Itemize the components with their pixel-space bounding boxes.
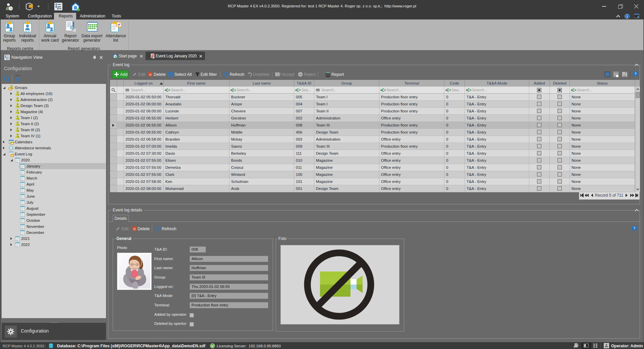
- svg-text:A: A: [466, 89, 468, 91]
- svg-text:A: A: [165, 89, 166, 91]
- svg-text:C: C: [299, 89, 301, 91]
- svg-text:A: A: [571, 89, 573, 91]
- svg-text:C: C: [449, 89, 451, 91]
- svg-text:A: A: [445, 89, 447, 91]
- svg-text:A: A: [380, 89, 382, 91]
- svg-text:C: C: [470, 89, 471, 91]
- svg-text:C: C: [575, 89, 576, 91]
- svg-text:A: A: [230, 89, 232, 91]
- svg-text:C: C: [169, 89, 170, 91]
- svg-text:?: ?: [635, 72, 637, 76]
- svg-text:C: C: [234, 89, 236, 91]
- svg-text:?: ?: [633, 226, 635, 230]
- svg-text:A: A: [295, 89, 297, 91]
- svg-text:Record 5 of 711: Record 5 of 711: [595, 193, 624, 198]
- svg-text:C: C: [384, 89, 386, 91]
